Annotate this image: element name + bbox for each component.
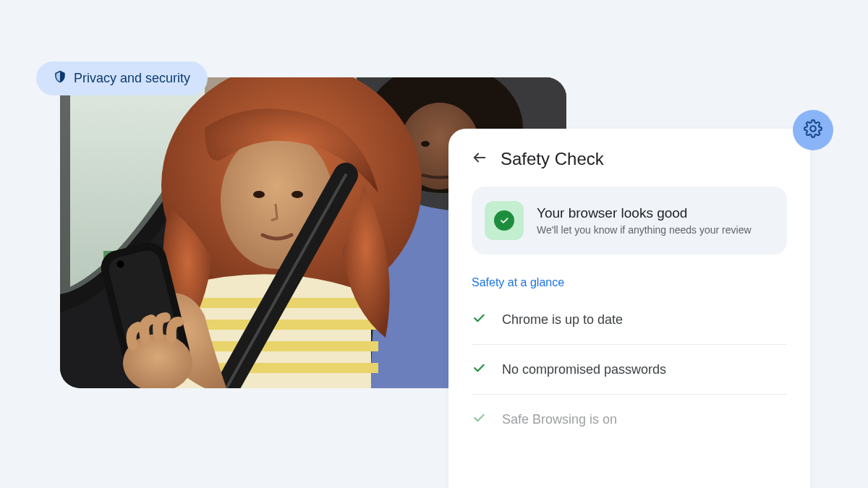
check-item-update[interactable]: Chrome is up to date (472, 295, 787, 345)
svg-point-10 (292, 191, 303, 198)
check-item-safebrowsing[interactable]: Safe Browsing is on (472, 395, 787, 444)
check-item-label: No compromised passwords (502, 362, 666, 377)
status-summary: Your browser looks good We'll let you kn… (472, 187, 787, 254)
shield-icon (54, 70, 67, 87)
svg-point-9 (253, 191, 265, 198)
card-title: Safety Check (501, 149, 604, 169)
back-button[interactable] (472, 150, 488, 168)
check-icon (472, 311, 486, 328)
arrow-left-icon (472, 155, 488, 168)
status-icon-container (485, 201, 524, 240)
status-title: Your browser looks good (537, 205, 752, 221)
privacy-chip-label: Privacy and security (74, 71, 190, 86)
check-circle-icon (494, 210, 514, 231)
check-icon (472, 361, 486, 378)
status-text: Your browser looks good We'll let you kn… (537, 205, 752, 236)
svg-point-5 (421, 141, 430, 147)
settings-button[interactable] (793, 110, 833, 150)
status-subtitle: We'll let you know if anything needs you… (537, 224, 752, 236)
check-item-passwords[interactable]: No compromised passwords (472, 345, 787, 395)
check-icon (472, 411, 486, 428)
check-item-label: Safe Browsing is on (502, 412, 617, 427)
gear-icon (804, 119, 822, 141)
privacy-security-chip[interactable]: Privacy and security (36, 61, 208, 95)
safety-check-card: Safety Check Your browser looks good We'… (448, 129, 810, 488)
card-header: Safety Check (472, 149, 787, 169)
section-label: Safety at a glance (472, 276, 787, 289)
check-item-label: Chrome is up to date (502, 312, 623, 328)
